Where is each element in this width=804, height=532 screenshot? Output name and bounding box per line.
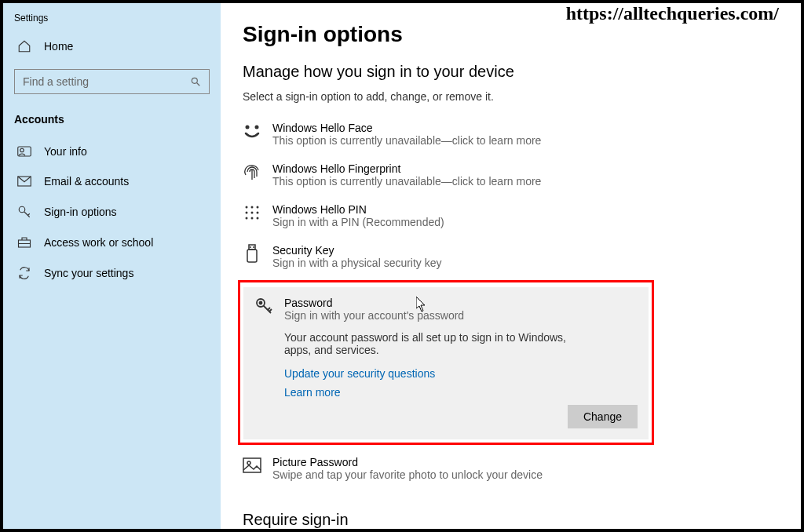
option-security-key[interactable]: Security Key Sign in with a physical sec…: [243, 239, 779, 280]
cursor-icon: [416, 297, 427, 312]
svg-point-23: [260, 302, 262, 304]
sidebar-item-label: Sync your settings: [44, 267, 133, 279]
sidebar-item-work-school[interactable]: Access work or school: [3, 228, 221, 257]
search-icon: [190, 76, 201, 87]
svg-line-1: [197, 83, 200, 86]
sidebar-item-sync[interactable]: Sync your settings: [3, 257, 221, 289]
option-pin[interactable]: Windows Hello PIN Sign in with a PIN (Re…: [243, 199, 779, 239]
sidebar-item-your-info[interactable]: Your info: [3, 137, 221, 166]
svg-rect-18: [249, 245, 255, 250]
accounts-header: Accounts: [3, 105, 221, 137]
key-icon: [17, 205, 31, 219]
fingerprint-icon: [243, 162, 261, 181]
sidebar-item-label: Email & accounts: [44, 175, 129, 188]
option-fingerprint[interactable]: Windows Hello Fingerprint This option is…: [243, 158, 779, 199]
update-questions-link[interactable]: Update your security questions: [284, 367, 638, 380]
main-content: https://alltechqueries.com/ Sign-in opti…: [221, 3, 801, 529]
option-face[interactable]: Windows Hello Face This option is curren…: [243, 117, 779, 158]
option-title: Windows Hello PIN: [272, 203, 444, 216]
section-subtext: Select a sign-in option to add, change, …: [243, 90, 779, 103]
svg-rect-19: [247, 250, 257, 262]
face-icon: [243, 122, 261, 140]
sidebar: Settings Home Find a setting Accounts Yo…: [3, 3, 221, 529]
option-title: Picture Password: [272, 456, 543, 468]
svg-point-16: [251, 217, 254, 220]
password-key-icon: [254, 297, 273, 315]
option-desc: This option is currently unavailable—cli…: [272, 134, 541, 147]
watermark-url: https://alltechqueries.com/: [566, 3, 779, 24]
svg-point-12: [246, 212, 248, 214]
mail-icon: [17, 176, 31, 187]
sidebar-item-label: Access work or school: [44, 236, 153, 249]
svg-point-17: [257, 217, 259, 220]
page-title: Sign-in options: [243, 22, 779, 47]
svg-point-3: [20, 148, 24, 152]
home-nav[interactable]: Home: [3, 31, 221, 61]
svg-point-5: [19, 206, 25, 213]
svg-point-11: [257, 206, 259, 209]
svg-point-25: [247, 461, 250, 465]
search-placeholder: Find a setting: [23, 75, 89, 88]
svg-point-10: [251, 206, 254, 209]
option-password[interactable]: Password Sign in with your account's pas…: [254, 297, 638, 326]
sidebar-item-email[interactable]: Email & accounts: [3, 166, 221, 196]
svg-point-13: [251, 212, 254, 214]
svg-point-7: [246, 126, 250, 129]
picture-icon: [243, 456, 261, 475]
option-title: Password: [284, 297, 464, 309]
option-desc: Sign in with your account's password: [284, 309, 464, 322]
require-signin-heading: Require sign-in: [243, 511, 779, 529]
section-heading: Manage how you sign in to your device: [243, 63, 779, 81]
sidebar-item-label: Sign-in options: [44, 206, 117, 218]
option-picture-password[interactable]: Picture Password Swipe and tap your favo…: [243, 451, 779, 492]
option-desc: Swipe and tap your favorite photo to unl…: [272, 468, 543, 481]
option-desc: Sign in with a physical security key: [272, 257, 442, 269]
option-title: Windows Hello Fingerprint: [272, 162, 541, 175]
usb-icon: [243, 244, 261, 263]
svg-point-14: [257, 212, 259, 214]
sidebar-item-signin[interactable]: Sign-in options: [3, 196, 221, 228]
pin-icon: [243, 203, 261, 222]
briefcase-icon: [17, 236, 31, 249]
option-title: Security Key: [272, 244, 442, 257]
svg-point-0: [192, 78, 197, 83]
highlight-annotation: Password Sign in with your account's pas…: [238, 280, 654, 445]
option-password-expanded: Password Sign in with your account's pas…: [243, 287, 649, 439]
svg-point-15: [246, 217, 248, 220]
option-desc: Sign in with a PIN (Recommended): [272, 216, 444, 228]
home-icon: [17, 39, 31, 53]
home-label: Home: [44, 40, 73, 53]
change-button[interactable]: Change: [568, 405, 638, 428]
learn-more-link[interactable]: Learn more: [284, 386, 638, 399]
svg-point-8: [255, 126, 259, 129]
svg-point-9: [246, 206, 248, 209]
settings-title: Settings: [3, 9, 221, 31]
password-message: Your account password is all set up to s…: [284, 331, 567, 356]
svg-rect-24: [243, 458, 261, 472]
option-title: Windows Hello Face: [272, 122, 541, 134]
search-input[interactable]: Find a setting: [14, 69, 210, 94]
sidebar-item-label: Your info: [44, 145, 87, 158]
sync-icon: [17, 266, 31, 280]
option-desc: This option is currently unavailable—cli…: [272, 175, 541, 188]
user-icon: [17, 146, 31, 157]
